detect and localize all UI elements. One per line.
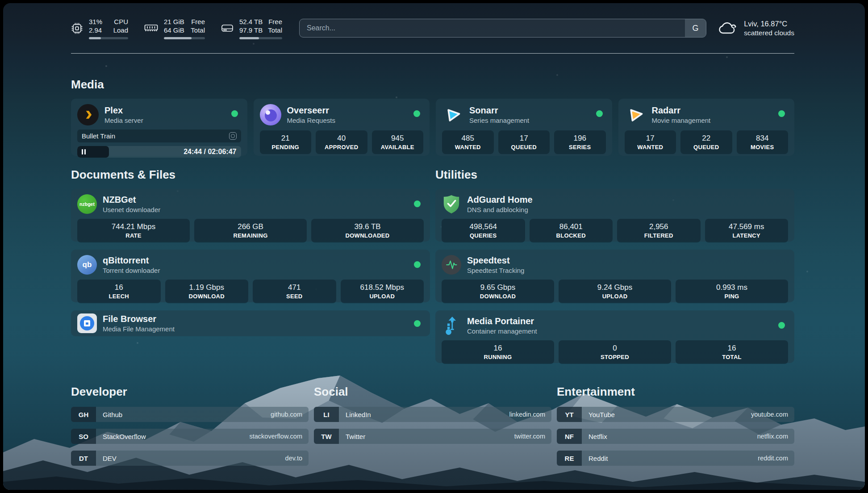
bookmark-abbr: TW <box>314 429 339 444</box>
stat-tile: 266 GBREMAINING <box>194 219 307 242</box>
app-subtitle: Speedtest Tracking <box>467 266 524 275</box>
app-card-qbittorrent[interactable]: qb qBittorrent Torrent downloader 16LEEC… <box>71 250 430 302</box>
stat-tile: 17QUEUED <box>498 130 550 154</box>
app-card-overseerr[interactable]: Overseerr Media Requests 21PENDING 40APP… <box>254 99 430 156</box>
bookmark-reddit[interactable]: RE Reddit reddit.com <box>557 451 794 466</box>
stat-tile: 16TOTAL <box>676 340 788 364</box>
stat-tile: 21PENDING <box>260 130 312 154</box>
bookmark-linkedin[interactable]: LI LinkedIn linkedin.com <box>314 407 551 422</box>
bookmark-abbr: RE <box>557 451 582 466</box>
app-card-radarr[interactable]: Radarr Movie management 17WANTED 22QUEUE… <box>618 99 795 156</box>
search-input[interactable] <box>299 19 706 38</box>
stat-tile: 0STOPPED <box>559 340 671 364</box>
bookmark-group-developer: Developer GH Github github.com SO StackO… <box>71 384 309 472</box>
bookmark-label: YouTube <box>588 411 615 418</box>
cast-icon <box>229 132 237 140</box>
app-subtitle: Movie management <box>652 116 711 125</box>
stat-tile: 9.24 GbpsUPLOAD <box>559 280 671 303</box>
disk-progress-fill <box>239 37 259 39</box>
stat-tile: 1.19 GbpsDOWNLOAD <box>165 280 249 303</box>
cloud-icon <box>718 21 738 36</box>
app-subtitle: Media Requests <box>287 116 335 125</box>
section-heading-social: Social <box>314 384 551 399</box>
section-heading-utilities: Utilities <box>435 167 794 182</box>
bookmark-label: Twitter <box>346 433 365 440</box>
app-card-plex[interactable]: Plex Media server Bullet Train 24:44 / 0… <box>71 99 247 156</box>
stat-tile: 16LEECH <box>77 280 161 303</box>
system-stats: 31%CPU 2.94Load 21 GiBFree <box>71 17 282 39</box>
qbittorrent-icon: qb <box>77 255 97 275</box>
stat-tile: 40APPROVED <box>316 130 367 154</box>
status-online-dot <box>596 110 603 117</box>
bookmark-group-social: Social LI LinkedIn linkedin.com TW Twitt… <box>314 384 551 472</box>
app-card-sonarr[interactable]: Sonarr Series management 485WANTED 17QUE… <box>436 99 612 156</box>
top-bar: 31%CPU 2.94Load 21 GiBFree <box>3 3 865 53</box>
ram-free-value: 21 GiB <box>164 17 184 26</box>
stat-tile: 498,564QUERIES <box>442 219 525 242</box>
total-label: Total <box>191 26 205 34</box>
now-playing-row: Bullet Train <box>77 130 241 142</box>
app-name: Plex <box>104 105 143 116</box>
app-card-speedtest[interactable]: Speedtest Speedtest Tracking 9.65 GbpsDO… <box>435 250 794 302</box>
app-card-nzbget[interactable]: nzbget NZBGet Usenet downloader 744.21 M… <box>71 189 430 242</box>
section-heading-entertainment: Entertainment <box>557 384 794 399</box>
stat-tile: 618.52 MbpsUPLOAD <box>341 280 424 303</box>
bookmark-github[interactable]: GH Github github.com <box>71 407 309 422</box>
utilities-column: Utilities AdGuard Home <box>435 156 794 363</box>
hard-drive-icon <box>221 23 234 33</box>
stat-tile: 0.993 msPING <box>676 280 788 303</box>
bookmark-stackoverflow[interactable]: SO StackOverflow stackoverflow.com <box>71 429 309 444</box>
app-subtitle: Torrent downloader <box>103 266 160 275</box>
bookmark-netflix[interactable]: NF Netflix netflix.com <box>557 429 794 444</box>
app-card-adguard[interactable]: AdGuard Home DNS and adblocking 498,564Q… <box>435 189 794 242</box>
bookmark-url: youtube.com <box>751 411 788 418</box>
bookmark-dev[interactable]: DT DEV dev.to <box>71 451 309 466</box>
stat-tile: 196SERIES <box>554 130 606 154</box>
bookmark-label: Github <box>103 411 122 418</box>
radarr-icon <box>625 104 646 125</box>
app-card-portainer[interactable]: Media Portainer Container management 16R… <box>435 310 794 363</box>
plex-icon <box>77 104 99 125</box>
stat-tile: 744.21 MbpsRATE <box>77 219 190 242</box>
bookmark-abbr: SO <box>71 429 96 444</box>
weather-location-temp: Lviv, 16.87°C <box>744 19 794 29</box>
header-divider <box>71 53 794 54</box>
app-name: Radarr <box>652 105 711 116</box>
bookmark-label: Reddit <box>588 455 608 462</box>
disk-stat: 52.4 TBFree 97.9 TBTotal <box>221 17 282 39</box>
sonarr-icon <box>442 104 463 125</box>
stat-tile: 17WANTED <box>625 130 676 154</box>
playback-progress-bar[interactable]: 24:44 / 02:06:47 <box>77 146 241 158</box>
load-label: Load <box>113 26 128 34</box>
filebrowser-icon <box>77 313 97 333</box>
bookmark-abbr: NF <box>557 429 582 444</box>
bookmark-url: netflix.com <box>757 433 788 440</box>
stat-tile: 22QUEUED <box>680 130 732 154</box>
search-engine-button[interactable]: G <box>685 19 706 37</box>
app-name: NZBGet <box>103 194 160 205</box>
pause-icon[interactable] <box>82 149 86 155</box>
disk-free-value: 52.4 TB <box>239 17 263 26</box>
status-online-dot <box>778 110 785 117</box>
cpu-progress-fill <box>89 37 101 39</box>
bookmark-url: reddit.com <box>758 455 788 462</box>
now-playing-title: Bullet Train <box>82 132 115 140</box>
overseerr-icon <box>260 104 281 125</box>
bookmark-youtube[interactable]: YT YouTube youtube.com <box>557 407 794 422</box>
disk-total-value: 97.9 TB <box>239 26 263 34</box>
status-online-dot <box>414 201 421 207</box>
bookmark-twitter[interactable]: TW Twitter twitter.com <box>314 429 551 444</box>
stat-tile: 471SEED <box>253 280 336 303</box>
weather-condition: scattered clouds <box>744 29 794 38</box>
search-bar: G <box>299 19 706 38</box>
bookmark-url: linkedin.com <box>509 411 545 418</box>
stat-tile: 2,956FILTERED <box>617 219 701 242</box>
total-label: Total <box>268 26 282 34</box>
cpu-stat: 31%CPU 2.94Load <box>71 17 128 39</box>
app-name: qBittorrent <box>103 255 160 266</box>
section-heading-documents: Documents & Files <box>71 167 430 182</box>
bookmark-abbr: LI <box>314 407 339 422</box>
app-card-filebrowser[interactable]: File Browser Media File Management <box>71 310 430 336</box>
bookmark-url: stackoverflow.com <box>250 433 302 440</box>
status-online-dot <box>413 110 420 117</box>
